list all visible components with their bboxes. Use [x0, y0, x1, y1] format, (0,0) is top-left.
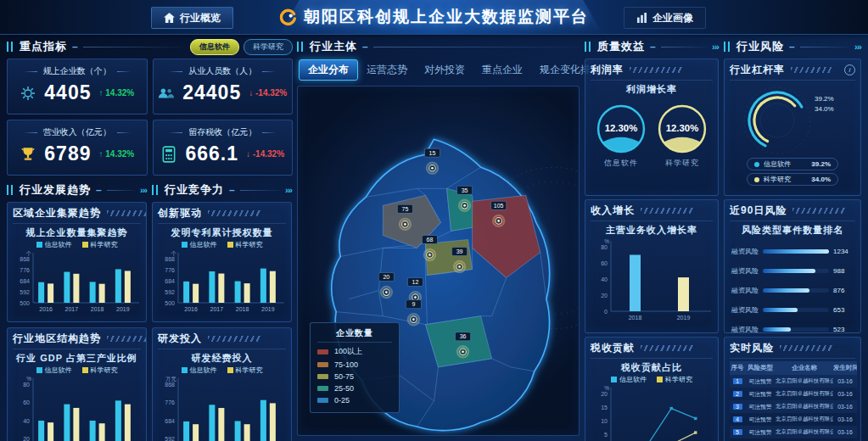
table-header: 序号 [730, 361, 745, 375]
profit-gauge-0: 12.30% 信息软件 [596, 103, 647, 169]
bar [244, 283, 250, 303]
profit-gauge-1: 12.30% 科学研究 [657, 103, 708, 169]
svg-text:75: 75 [402, 206, 409, 212]
svg-text:592: 592 [165, 436, 175, 441]
card-income-growth: 收入增长 主营业务收入增长率 020406080%20182019 [585, 199, 719, 333]
map-legend-item: 75-100 [317, 360, 392, 369]
bar [244, 424, 250, 441]
bar [73, 408, 79, 441]
tab-0[interactable]: 企业分布 [299, 59, 358, 81]
card-realtime-risk: 实时风险 序号风险类型企业名称发生时间 1司法预警北京启阳卓越科技有限公司03-… [724, 337, 861, 441]
bar [90, 282, 96, 303]
svg-text:9: 9 [412, 301, 415, 307]
stat-label: 从业人员数（人） [154, 65, 293, 77]
expand-arrows-icon[interactable]: ››› [712, 42, 719, 52]
svg-text:10: 10 [601, 418, 608, 424]
stat-label: 营业收入（亿元） [8, 126, 147, 138]
section-key-indicators: 重点指标 – 信息软件 科学研究 [7, 39, 293, 54]
stat-value: 6789 [44, 142, 91, 165]
svg-text:776: 776 [165, 267, 175, 273]
chart-canvas: 500592684776868个2016201720182019 [13, 249, 141, 314]
risk-table-row: 4司法预警北京启阳卓越科技有限公司03-16 [730, 413, 857, 426]
section-competitiveness: 行业竞争力 – ››› [152, 182, 292, 198]
svg-text:776: 776 [165, 399, 175, 405]
card-rnd-investment: 研发投入 研发经费投入 信息软件 科学研究 500592684776868万元2… [152, 327, 292, 441]
section-quality: 质量效益 – ››› [585, 39, 719, 54]
gauge-label: 信息软件 [604, 158, 638, 169]
svg-text:0: 0 [604, 309, 608, 315]
quality-column: 质量效益 – ››› 利润率 利润增长率 12.30% 信息软件 12.30% … [585, 39, 719, 436]
svg-text:60: 60 [601, 260, 608, 266]
table-header: 企业名称 [776, 361, 833, 375]
svg-text:39: 39 [456, 248, 463, 254]
nav-industry-overview-button[interactable]: 行业概览 [151, 7, 233, 29]
page-title: 朝阳区科创规上企业大数据监测平台 [279, 6, 589, 28]
svg-text:2019: 2019 [116, 306, 130, 312]
legend-swatch-info [182, 242, 188, 248]
bar [64, 405, 70, 441]
tab-3[interactable]: 重点企业 [473, 60, 531, 80]
toggle-info-software[interactable]: 信息软件 [190, 39, 239, 55]
legend-swatch-sci [227, 367, 233, 373]
gdp-bar-chart: 020406080%2016201720182019 [13, 375, 141, 441]
legend-swatch-info [182, 367, 188, 373]
toggle-science-research[interactable]: 科学研究 [244, 39, 293, 55]
expand-arrows-icon[interactable]: ››› [285, 185, 292, 195]
gear-icon [20, 85, 36, 102]
svg-text:%: % [604, 385, 609, 391]
risk-bar-row: 融资风险523 [731, 325, 854, 333]
svg-text:12.30%: 12.30% [666, 123, 699, 133]
bar [64, 272, 70, 303]
bar [209, 271, 215, 303]
section-marker-icon [152, 185, 160, 195]
info-icon[interactable]: i [844, 64, 855, 75]
section-risk: 行业风险 – ››› [724, 39, 861, 54]
district-map-card: 15 75 35 105 68 39 20 12 9 36 企业数量 100以上… [297, 86, 580, 436]
expand-arrows-icon[interactable]: ››› [854, 42, 861, 52]
risk-table-row: 3司法预警北京启阳卓越科技有限公司03-16 [730, 400, 857, 413]
rnd-bar-chart: 500592684776868万元2016201720182019 [158, 375, 286, 441]
page-title-text: 朝阳区科创规上企业大数据监测平台 [304, 6, 589, 28]
bar [193, 424, 199, 441]
svg-text:40: 40 [601, 276, 608, 282]
section-marker-icon [585, 42, 592, 52]
bar [115, 269, 121, 303]
map-legend-item: 0-25 [317, 396, 392, 405]
svg-text:684: 684 [165, 278, 175, 284]
leverage-legend: 信息软件39.2%科学研究34.0% [730, 158, 855, 186]
leverage-legend-item: 信息软件39.2% [747, 158, 838, 170]
svg-text:2016: 2016 [184, 306, 198, 312]
gauge-label: 科学研究 [665, 158, 699, 169]
expand-arrows-icon[interactable]: ››› [140, 185, 147, 195]
nav-right-label: 企业画像 [652, 11, 693, 25]
key-stats-grid: 规上企业数（个） 4405 ↑ 14.32%从业人员数（人） 24405 ↓ -… [7, 59, 293, 176]
svg-text:15: 15 [429, 150, 436, 156]
card-profit-rate: 利润率 利润增长率 12.30% 信息软件 12.30% 科学研究 [585, 59, 719, 196]
bar [218, 408, 224, 441]
card-innovation: 创新驱动 发明专利累计授权数量 信息软件 科学研究 50059268477686… [152, 202, 292, 322]
bar [90, 421, 96, 441]
legend-swatch-sci [227, 242, 233, 248]
stat-value: 24405 [182, 81, 241, 104]
dashboard-page: 行业概览 朝阳区科创规上企业大数据监测平台 企业画像 重点指标 – 信息软件 科… [0, 0, 868, 441]
section-main-body: 行业主体 – [297, 39, 580, 54]
svg-text:684: 684 [20, 278, 30, 284]
bar [183, 282, 189, 303]
svg-text:15: 15 [601, 405, 608, 410]
bar [48, 422, 53, 441]
people-icon [158, 85, 175, 102]
tab-1[interactable]: 运营态势 [358, 60, 416, 80]
patent-bar-chart: 500592684776868个2016201720182019 [158, 249, 286, 314]
stat-label: 规上企业数（个） [8, 65, 147, 77]
tab-2[interactable]: 对外投资 [416, 60, 473, 80]
platform-logo-icon [279, 8, 296, 25]
main-tabs: 企业分布运营态势对外投资重点企业规企变化排名 [299, 59, 578, 81]
bar [270, 403, 276, 441]
bar [115, 400, 121, 441]
svg-text:2019: 2019 [677, 315, 691, 321]
nav-enterprise-profile-button[interactable]: 企业画像 [624, 7, 706, 29]
chart-canvas: 500592684776868个2016201720182019 [158, 249, 286, 314]
profit-gauges: 12.30% 信息软件 12.30% 科学研究 [591, 103, 713, 169]
svg-text:20: 20 [601, 391, 608, 397]
svg-text:60: 60 [23, 399, 30, 405]
